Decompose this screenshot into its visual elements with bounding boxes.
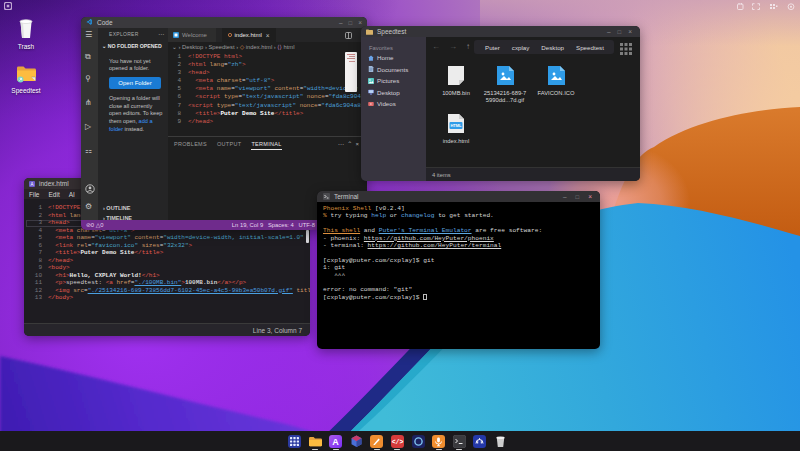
svg-text:HTML: HTML	[450, 123, 462, 128]
svg-text:A: A	[30, 181, 33, 186]
svg-text:</>: </>	[392, 439, 404, 446]
svg-text:A: A	[332, 437, 339, 447]
